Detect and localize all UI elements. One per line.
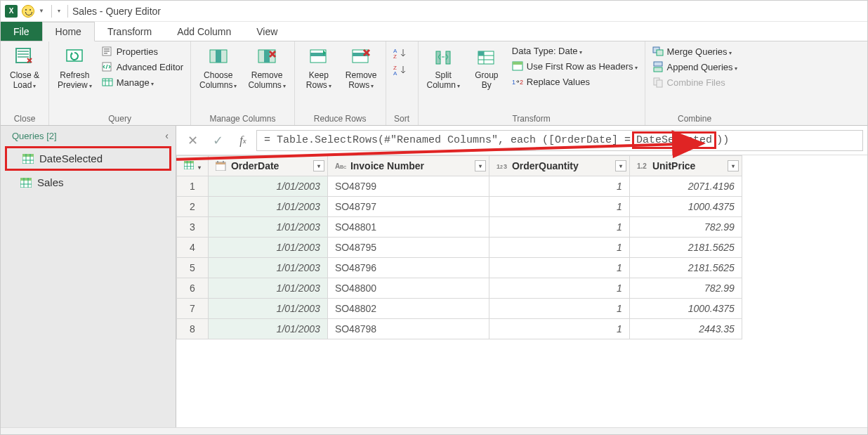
tab-file[interactable]: File [1, 22, 42, 41]
qat-dropdown-icon[interactable]: ▼ [39, 8, 44, 14]
cell-unitprice[interactable]: 1000.4375 [629, 197, 742, 217]
cell-orderquantity[interactable]: 1 [489, 176, 629, 197]
cell-invoice-number[interactable]: SO48797 [327, 197, 489, 217]
cell-unitprice[interactable]: 2071.4196 [629, 176, 742, 197]
filter-dropdown-icon[interactable]: ▾ [728, 160, 739, 171]
table-row[interactable]: 21/01/2003SO4879711000.4375 [177, 197, 742, 217]
cell-invoice-number[interactable]: SO48796 [327, 258, 489, 278]
data-type-button[interactable]: Data Type: Date▾ [509, 44, 640, 58]
query-item-dateselected[interactable]: DateSelected [5, 146, 171, 171]
svg-text:Z: Z [393, 53, 397, 60]
cell-unitprice[interactable]: 1000.4375 [629, 299, 742, 319]
cell-unitprice[interactable]: 2181.5625 [629, 238, 742, 258]
formula-accept-button[interactable]: ✓ [206, 130, 230, 151]
table-row[interactable]: 61/01/2003SO488001782.99 [177, 278, 742, 299]
filter-dropdown-icon[interactable]: ▾ [313, 160, 324, 171]
cell-invoice-number[interactable]: SO48800 [327, 278, 489, 299]
table-row[interactable]: 31/01/2003SO488011782.99 [177, 217, 742, 238]
row-number[interactable]: 5 [177, 258, 209, 278]
row-number[interactable]: 7 [177, 299, 209, 319]
sort-asc-button[interactable]: AZ [390, 47, 410, 60]
tab-home[interactable]: Home [42, 22, 95, 41]
remove-columns-button[interactable]: Remove Columns▾ [244, 44, 289, 93]
cell-orderdate[interactable]: 1/01/2003 [208, 197, 327, 217]
query-item-sales[interactable]: Sales [1, 172, 176, 193]
cell-invoice-number[interactable]: SO48795 [327, 238, 489, 258]
first-row-headers-button[interactable]: Use First Row as Headers▾ [509, 59, 640, 73]
cell-orderquantity[interactable]: 1 [489, 258, 629, 278]
cell-unitprice[interactable]: 2181.5625 [629, 258, 742, 278]
replace-values-button[interactable]: 12 Replace Values [509, 74, 640, 89]
column-header-orderdate[interactable]: OrderDate▾ [208, 156, 327, 176]
select-all-corner[interactable]: ▾ [177, 156, 209, 176]
cell-orderdate[interactable]: 1/01/2003 [208, 299, 327, 319]
cell-invoice-number[interactable]: SO48798 [327, 319, 489, 339]
row-number[interactable]: 8 [177, 319, 209, 339]
cell-orderdate[interactable]: 1/01/2003 [208, 238, 327, 258]
manage-button[interactable]: Manage▾ [99, 75, 186, 89]
cell-orderdate[interactable]: 1/01/2003 [208, 217, 327, 238]
tab-view[interactable]: View [244, 22, 290, 41]
table-row[interactable]: 51/01/2003SO4879612181.5625 [177, 258, 742, 278]
header-row: ▾ OrderDate▾ABCInvoice Number▾123OrderQu… [177, 156, 742, 176]
group-by-button[interactable]: Group By [467, 44, 506, 91]
append-queries-button[interactable]: Append Queries▾ [650, 60, 740, 74]
qat-overflow-icon[interactable]: ▾ [58, 8, 60, 14]
keep-rows-button[interactable]: Keep Rows▾ [299, 44, 338, 93]
properties-button[interactable]: Properties [99, 44, 186, 58]
close-and-load-button[interactable]: Close & Load▾ [5, 44, 44, 93]
filter-dropdown-icon[interactable]: ▾ [475, 160, 486, 171]
table-row[interactable]: 11/01/2003SO4879912071.4196 [177, 176, 742, 197]
cell-orderquantity[interactable]: 1 [489, 299, 629, 319]
choose-columns-button[interactable]: Choose Columns▾ [195, 44, 241, 93]
cell-orderquantity[interactable]: 1 [489, 217, 629, 238]
row-number[interactable]: 6 [177, 278, 209, 299]
column-header-orderquantity[interactable]: 123OrderQuantity▾ [489, 156, 629, 176]
cell-invoice-number[interactable]: SO48802 [327, 299, 489, 319]
svg-text:C: C [343, 165, 346, 169]
table-row[interactable]: 81/01/2003SO4879812443.35 [177, 319, 742, 339]
collapse-panel-icon[interactable]: ‹ [165, 130, 169, 141]
data-grid-wrapper[interactable]: ▾ OrderDate▾ABCInvoice Number▾123OrderQu… [176, 155, 867, 427]
cell-invoice-number[interactable]: SO48801 [327, 217, 489, 238]
merge-queries-button[interactable]: Merge Queries▾ [650, 44, 740, 58]
table-row[interactable]: 41/01/2003SO4879512181.5625 [177, 238, 742, 258]
queries-panel-header[interactable]: Queries [2] ‹ [1, 130, 176, 145]
row-number[interactable]: 4 [177, 238, 209, 258]
formula-input[interactable]: = Table.SelectRows(#"Renamed Columns", e… [256, 130, 863, 151]
manage-label: Manage▾ [117, 77, 154, 88]
filter-dropdown-icon[interactable]: ▾ [615, 160, 626, 171]
formula-cancel-button[interactable]: ✕ [180, 130, 204, 151]
row-number[interactable]: 2 [177, 197, 209, 217]
table-row[interactable]: 71/01/2003SO4880211000.4375 [177, 299, 742, 319]
refresh-preview-button[interactable]: Refresh Preview▾ [53, 44, 96, 93]
tab-add-column[interactable]: Add Column [164, 22, 244, 41]
cell-orderdate[interactable]: 1/01/2003 [208, 258, 327, 278]
cell-unitprice[interactable]: 782.99 [629, 278, 742, 299]
ribbon-group-combine: Merge Queries▾ Append Queries▾ Combine F… [645, 41, 744, 125]
cell-orderdate[interactable]: 1/01/2003 [208, 278, 327, 299]
formula-fx-icon[interactable]: fx [231, 130, 255, 151]
cell-orderquantity[interactable]: 1 [489, 238, 629, 258]
cell-orderdate[interactable]: 1/01/2003 [208, 319, 327, 339]
row-number[interactable]: 3 [177, 217, 209, 238]
svg-rect-9 [216, 50, 221, 63]
column-header-invoice-number[interactable]: ABCInvoice Number▾ [327, 156, 489, 176]
remove-rows-button[interactable]: Remove Rows▾ [341, 44, 381, 93]
smiley-icon[interactable] [22, 5, 34, 18]
cell-unitprice[interactable]: 782.99 [629, 217, 742, 238]
sort-desc-button[interactable]: ZA [390, 64, 410, 77]
cell-orderquantity[interactable]: 1 [489, 278, 629, 299]
table-icon [20, 178, 32, 188]
cell-invoice-number[interactable]: SO48799 [327, 176, 489, 197]
tab-transform[interactable]: Transform [95, 22, 164, 41]
svg-text:2: 2 [500, 164, 503, 169]
cell-unitprice[interactable]: 2443.35 [629, 319, 742, 339]
column-header-unitprice[interactable]: 1.2UnitPrice▾ [629, 156, 742, 176]
cell-orderdate[interactable]: 1/01/2003 [208, 176, 327, 197]
cell-orderquantity[interactable]: 1 [489, 319, 629, 339]
cell-orderquantity[interactable]: 1 [489, 197, 629, 217]
advanced-editor-button[interactable]: Advanced Editor [99, 60, 186, 74]
row-number[interactable]: 1 [177, 176, 209, 197]
split-column-button[interactable]: Split Column▾ [423, 44, 464, 93]
